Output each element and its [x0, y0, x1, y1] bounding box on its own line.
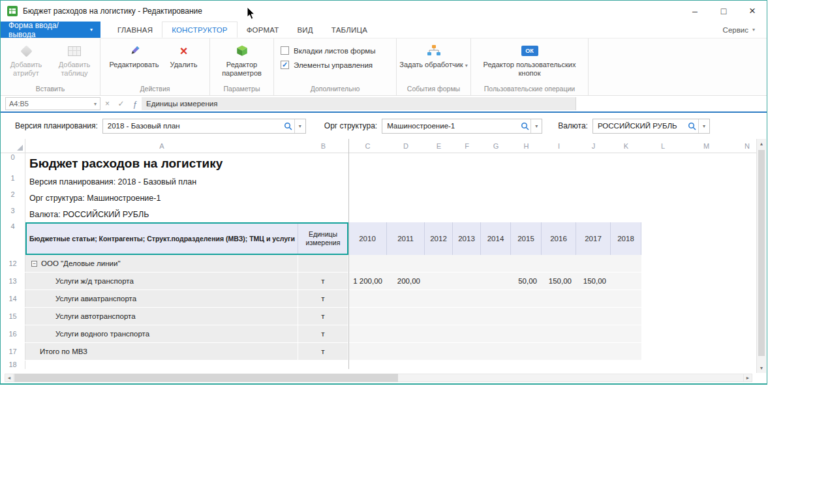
cell-D16[interactable]: [387, 325, 425, 342]
cell-G4[interactable]: 2014: [481, 222, 511, 255]
currency-input[interactable]: РОССИЙСКИЙ РУБЛЬ ▾: [592, 119, 710, 134]
cell-E12[interactable]: [425, 255, 453, 272]
column-header-L[interactable]: L: [641, 139, 684, 153]
vertical-scrollbar[interactable]: ▲ ▼: [756, 139, 766, 373]
cell-F13[interactable]: [453, 273, 481, 289]
edit-button[interactable]: Редактировать: [106, 41, 163, 69]
cell-I12[interactable]: [542, 255, 576, 272]
cell-M14[interactable]: [684, 290, 728, 307]
cell-C14[interactable]: [348, 290, 387, 307]
row-header-12[interactable]: 12: [1, 255, 25, 272]
column-header-I[interactable]: I: [542, 139, 576, 153]
delete-button[interactable]: × Удалить: [163, 41, 205, 69]
add-attribute-button[interactable]: Добавить атрибут: [2, 41, 50, 77]
cell-J17[interactable]: [576, 343, 611, 360]
cell-H17[interactable]: [511, 343, 542, 360]
column-header-C[interactable]: C: [348, 139, 387, 153]
cell-I14[interactable]: [542, 290, 576, 307]
cell-F15[interactable]: [453, 308, 481, 325]
chevron-down-icon[interactable]: ▾: [294, 119, 305, 133]
minimize-button[interactable]: –: [681, 1, 709, 22]
close-button[interactable]: ×: [738, 1, 767, 22]
search-icon[interactable]: [686, 122, 698, 130]
cell-I16[interactable]: [542, 325, 576, 342]
column-header-M[interactable]: M: [684, 139, 728, 153]
column-header-E[interactable]: E: [425, 139, 453, 153]
column-header-J[interactable]: J: [576, 139, 611, 153]
cell-J15[interactable]: [576, 308, 611, 325]
search-icon[interactable]: [283, 122, 294, 130]
cell-F4[interactable]: 2013: [453, 222, 481, 255]
cell-H13[interactable]: 50,00: [511, 273, 542, 289]
cell-J14[interactable]: [576, 290, 611, 307]
row-header-4[interactable]: 4: [1, 222, 25, 255]
column-header-D[interactable]: D: [387, 139, 425, 153]
cell-L14[interactable]: [641, 290, 684, 307]
vertical-scroll-thumb[interactable]: [758, 150, 765, 356]
cell-E4[interactable]: 2012: [425, 222, 453, 255]
tab-vid[interactable]: ВИД: [288, 22, 322, 38]
cell-K12[interactable]: [611, 255, 641, 272]
horizontal-scroll-thumb[interactable]: [14, 374, 398, 382]
cell-F16[interactable]: [453, 325, 481, 342]
row-header-2[interactable]: 2: [1, 190, 25, 207]
cell-G13[interactable]: [481, 273, 511, 289]
chevron-down-icon[interactable]: ▾: [698, 119, 709, 133]
column-header-N[interactable]: N: [728, 139, 756, 153]
cell-K17[interactable]: [611, 343, 641, 360]
cell-A4[interactable]: Бюджетные статьи; Контрагенты; Структ.по…: [25, 222, 298, 255]
user-buttons-editor-button[interactable]: ОК Редактор пользовательских кнопок: [474, 41, 586, 77]
cell-I17[interactable]: [542, 343, 576, 360]
cell-M15[interactable]: [684, 308, 728, 325]
row-header-13[interactable]: 13: [1, 273, 25, 289]
spreadsheet-grid[interactable]: ABCDEFGHIJKLMN0Бюджет расходов на логист…: [1, 139, 756, 369]
cell-B14[interactable]: т: [298, 290, 348, 307]
cell-H15[interactable]: [511, 308, 542, 325]
scroll-down-icon[interactable]: ▼: [757, 363, 766, 373]
cell-M13[interactable]: [684, 273, 728, 289]
cell-J4[interactable]: 2017: [576, 222, 611, 255]
cell-M12[interactable]: [684, 255, 728, 272]
row-header-3[interactable]: 3: [1, 207, 25, 222]
cell-H12[interactable]: [511, 255, 542, 272]
horizontal-scrollbar[interactable]: ◄ ►: [1, 373, 767, 383]
cell-B12[interactable]: [298, 255, 348, 272]
cell-N12[interactable]: [728, 255, 756, 272]
cell-C4[interactable]: 2010: [348, 222, 387, 255]
column-header-G[interactable]: G: [481, 139, 511, 153]
formula-input[interactable]: Единицы измерения: [142, 97, 576, 110]
cell-G15[interactable]: [481, 308, 511, 325]
cell-N17[interactable]: [728, 343, 756, 360]
cell-C12[interactable]: [348, 255, 387, 272]
cell-M17[interactable]: [684, 343, 728, 360]
checkbox-controls[interactable]: ✓ Элементы управления: [281, 61, 396, 69]
row-header-18[interactable]: 18: [1, 361, 25, 369]
cell-G16[interactable]: [481, 325, 511, 342]
confirm-icon[interactable]: ✓: [114, 99, 128, 108]
select-all-corner[interactable]: [1, 139, 25, 153]
cell-E14[interactable]: [425, 290, 453, 307]
cell-B13[interactable]: т: [298, 273, 348, 289]
cell-B15[interactable]: т: [298, 308, 348, 325]
cell-A13[interactable]: Услуги ж/д транспорта: [25, 273, 298, 289]
tab-tablitsa[interactable]: ТАБЛИЦА: [322, 22, 377, 38]
cell-A3[interactable]: Валюта: РОССИЙСКИЙ РУБЛЬ: [25, 207, 756, 222]
function-icon[interactable]: ƒ: [128, 99, 142, 109]
cell-L16[interactable]: [641, 325, 684, 342]
cell-I4[interactable]: 2016: [542, 222, 576, 255]
cell-L13[interactable]: [641, 273, 684, 289]
cell-A14[interactable]: Услуги авиатранспорта: [25, 290, 298, 307]
row-header-14[interactable]: 14: [1, 290, 25, 307]
column-header-A[interactable]: A: [25, 139, 298, 153]
row-header-15[interactable]: 15: [1, 308, 25, 325]
scroll-left-icon[interactable]: ◄: [5, 374, 14, 382]
parameter-editor-button[interactable]: Редактор параметров: [213, 41, 271, 77]
cell-N15[interactable]: [728, 308, 756, 325]
cell-A12[interactable]: −ООО "Деловые линии": [25, 255, 298, 272]
cell-N4[interactable]: [728, 222, 756, 255]
checkbox-form-sheet-tabs[interactable]: Вкладки листов формы: [281, 46, 396, 55]
cell-I15[interactable]: [542, 308, 576, 325]
cell-A2[interactable]: Орг структура: Машиностроение-1: [25, 190, 756, 207]
cell-A16[interactable]: Услуги водного транспорта: [25, 325, 298, 342]
row-header-0[interactable]: 0: [1, 153, 25, 174]
